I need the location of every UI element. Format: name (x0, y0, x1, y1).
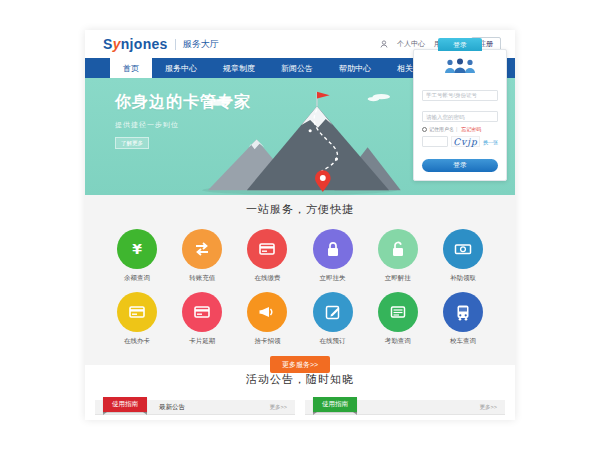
latest-announcements-tab[interactable]: 最新公告 (159, 403, 185, 412)
remember-row: 记住用户名 | 忘记密码 (422, 126, 498, 132)
logo[interactable]: Synjones 服务大厅 (103, 36, 219, 52)
announcements-section: 活动公告，随时知晓 使用指南 最新公告 更多>> 使用指南 更多>> (85, 365, 515, 415)
login-tab[interactable]: 登录 (438, 38, 482, 51)
announcement-columns: 使用指南 最新公告 更多>> 使用指南 更多>> (85, 400, 515, 415)
service-item[interactable]: 考勤查询 (370, 292, 426, 346)
nav-item[interactable]: 帮助中心 (326, 58, 384, 78)
bus-icon (443, 292, 483, 332)
announcement-left: 使用指南 最新公告 更多>> (95, 400, 295, 415)
nav-item[interactable]: 服务中心 (152, 58, 210, 78)
lock-icon (313, 229, 353, 269)
megaphone-icon (247, 292, 287, 332)
more-services-button[interactable]: 更多服务>> (270, 356, 330, 373)
yen-icon: ¥ (117, 229, 157, 269)
services-section: 一站服务，方便快捷 ¥ 余额查询 转账充值 在线缴费 立即挂失 立即解挂 补助领… (85, 195, 515, 365)
nav-items: 首页服务中心规章制度新闻公告帮助中心相关链接 (110, 58, 442, 78)
card-icon (117, 292, 157, 332)
mountain-illustration (190, 83, 405, 195)
remember-checkbox[interactable] (422, 127, 427, 132)
forgot-password-link[interactable]: 忘记密码 (461, 126, 481, 132)
unlock-icon (378, 229, 418, 269)
service-item[interactable]: 在线办卡 (109, 292, 165, 346)
users-icon (422, 57, 498, 78)
guide-ribbon-red[interactable]: 使用指南 (103, 397, 147, 412)
nav-item[interactable]: 新闻公告 (268, 58, 326, 78)
announcement-right-header: 使用指南 更多>> (305, 400, 505, 415)
page: Synjones 服务大厅 个人中心 用户体验 注册 首页服务中心规章制度新闻公… (85, 30, 515, 420)
more-link-left[interactable]: 更多>> (270, 404, 287, 411)
logo-text: Synjones (103, 36, 168, 52)
announcement-left-header: 使用指南 最新公告 更多>> (95, 400, 295, 415)
hero-cta-button[interactable]: 了解更多 (115, 137, 149, 149)
more-link-right[interactable]: 更多>> (480, 404, 497, 411)
nav-item[interactable]: 规章制度 (210, 58, 268, 78)
service-item[interactable]: 拾卡招领 (239, 292, 295, 346)
announcement-right: 使用指南 更多>> (305, 400, 505, 415)
logo-y-mark: y (113, 36, 121, 52)
guide-ribbon-green[interactable]: 使用指南 (313, 397, 357, 412)
captcha-refresh-link[interactable]: 换一张 (483, 139, 498, 145)
service-item[interactable]: 校车查询 (435, 292, 491, 346)
login-box: 记住用户名 | 忘记密码 Cvjp 换一张 登录 (413, 49, 507, 181)
service-item[interactable]: 转账充值 (174, 229, 230, 283)
service-item[interactable]: 补助领取 (435, 229, 491, 283)
banknote-icon (443, 229, 483, 269)
edit-icon (313, 292, 353, 332)
svg-text:¥: ¥ (132, 241, 142, 257)
password-input[interactable] (422, 111, 498, 122)
username-input[interactable] (422, 90, 498, 101)
services-grid: ¥ 余额查询 转账充值 在线缴费 立即挂失 立即解挂 补助领取 在线办卡 卡片延… (85, 229, 515, 346)
user-icon (380, 40, 388, 48)
service-item[interactable]: ¥ 余额查询 (109, 229, 165, 283)
services-title: 一站服务，方便快捷 (85, 202, 515, 217)
service-item[interactable]: 在线缴费 (239, 229, 295, 283)
captcha-row: Cvjp 换一张 (422, 136, 498, 147)
captcha-input[interactable] (422, 136, 448, 147)
announcements-title: 活动公告，随时知晓 (85, 372, 515, 387)
card-icon (247, 229, 287, 269)
card-icon (182, 292, 222, 332)
site-name: 服务大厅 (183, 38, 219, 51)
list-icon (378, 292, 418, 332)
service-item[interactable]: 在线预订 (305, 292, 361, 346)
remember-label: 记住用户名 (429, 126, 454, 132)
service-item[interactable]: 卡片延期 (174, 292, 230, 346)
service-item[interactable]: 立即解挂 (370, 229, 426, 283)
nav-item[interactable]: 首页 (110, 58, 152, 78)
captcha-image[interactable]: Cvjp (451, 136, 480, 147)
login-panel: 登录 记住用户名 | 忘记密码 (413, 38, 507, 181)
transfer-icon (182, 229, 222, 269)
login-submit-button[interactable]: 登录 (422, 159, 498, 172)
service-item[interactable]: 立即挂失 (305, 229, 361, 283)
hero-banner: 你身边的卡管专家 提供捷径一步到位 了解更多 (85, 78, 515, 195)
logo-divider (175, 39, 176, 50)
